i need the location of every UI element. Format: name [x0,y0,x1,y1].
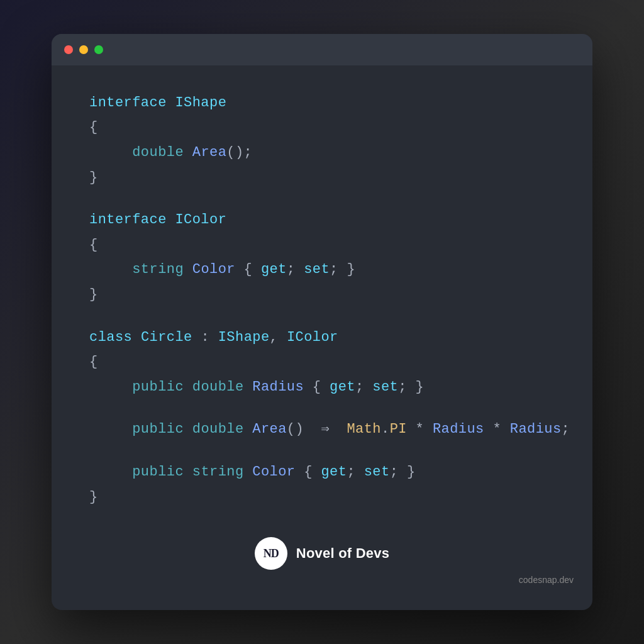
code-line-10: { [89,350,555,375]
code-line-3: double Area(); [89,140,555,165]
code-line-14: } [89,485,555,510]
code-line-13: public string Color { get; set; } [89,460,555,485]
minimize-button[interactable] [79,45,88,54]
code-line-2: { [89,115,555,140]
titlebar [52,34,592,65]
code-editor: interface IShape { double Area(); } inte… [52,65,592,522]
brand-logo: ND [255,537,287,570]
close-button[interactable] [64,45,73,54]
code-line-8: } [89,282,555,308]
blank-line [89,190,555,208]
footer: ND Novel of Devs codesnap.dev [52,522,592,610]
code-line-1: interface IShape [89,91,555,116]
code-line-9: class Circle : IShape, IColor [89,325,555,350]
code-window: interface IShape { double Area(); } inte… [52,34,592,610]
blank-line-4 [89,442,555,460]
watermark: codesnap.dev [519,570,592,591]
maximize-button[interactable] [94,45,103,54]
code-line-5: interface IColor [89,208,555,233]
code-line-11: public double Radius { get; set; } [89,375,555,400]
code-line-6: { [89,233,555,258]
code-line-12: public double Area() ⇒ Math.PI * Radius … [89,417,555,442]
brand-row: ND Novel of Devs [255,537,389,570]
code-line-4: } [89,165,555,191]
blank-line-3 [89,399,555,417]
code-line-7: string Color { get; set; } [89,257,555,282]
blank-line-2 [89,308,555,325]
brand-name: Novel of Devs [296,545,389,562]
